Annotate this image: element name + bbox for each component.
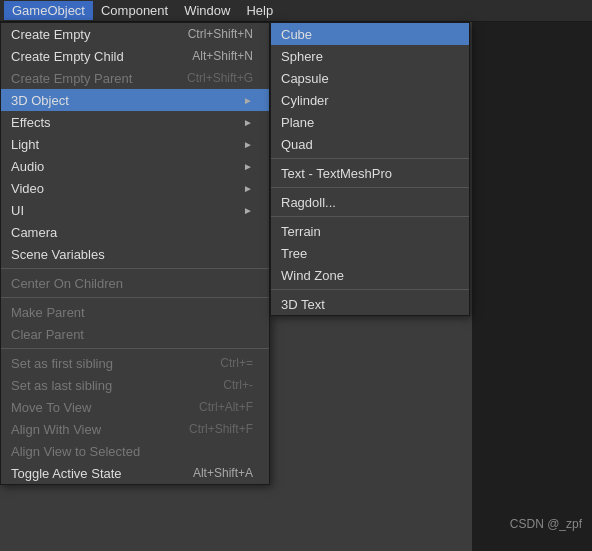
menu-item-light[interactable]: Light ► <box>1 133 269 155</box>
menu-item-align-with-view: Align With View Ctrl+Shift+F <box>1 418 269 440</box>
separator-3 <box>1 348 269 349</box>
dropdown-container: Create Empty Ctrl+Shift+N Create Empty C… <box>0 22 270 485</box>
menu-item-toggle-active-state[interactable]: Toggle Active State Alt+Shift+A <box>1 462 269 484</box>
submenu-arrow-ui: ► <box>243 205 253 216</box>
submenu-item-3d-text[interactable]: 3D Text <box>271 293 469 315</box>
menu-item-scene-variables[interactable]: Scene Variables <box>1 243 269 265</box>
submenu-item-quad[interactable]: Quad <box>271 133 469 155</box>
menu-item-set-last-sibling: Set as last sibling Ctrl+- <box>1 374 269 396</box>
menu-item-audio[interactable]: Audio ► <box>1 155 269 177</box>
menu-item-make-parent: Make Parent <box>1 301 269 323</box>
submenu-item-terrain[interactable]: Terrain <box>271 220 469 242</box>
submenu-item-cube[interactable]: Cube <box>271 23 469 45</box>
separator-1 <box>1 268 269 269</box>
menubar: GameObject Component Window Help <box>0 0 592 22</box>
menu-item-center-on-children: Center On Children <box>1 272 269 294</box>
submenu-arrow-video: ► <box>243 183 253 194</box>
menu-item-create-empty-parent: Create Empty Parent Ctrl+Shift+G <box>1 67 269 89</box>
submenu-arrow-light: ► <box>243 139 253 150</box>
main-dropdown: Create Empty Ctrl+Shift+N Create Empty C… <box>0 22 270 485</box>
menu-item-create-empty[interactable]: Create Empty Ctrl+Shift+N <box>1 23 269 45</box>
submenu-item-capsule[interactable]: Capsule <box>271 67 469 89</box>
submenu-item-plane[interactable]: Plane <box>271 111 469 133</box>
menu-item-camera[interactable]: Camera <box>1 221 269 243</box>
submenu-separator-1 <box>271 158 469 159</box>
submenu-arrow-3d-object: ► <box>243 95 253 106</box>
menubar-item-help[interactable]: Help <box>238 1 281 20</box>
submenu-arrow-audio: ► <box>243 161 253 172</box>
menubar-item-window[interactable]: Window <box>176 1 238 20</box>
submenu-separator-4 <box>271 289 469 290</box>
menu-item-align-view-to-selected: Align View to Selected <box>1 440 269 462</box>
menu-item-clear-parent: Clear Parent <box>1 323 269 345</box>
submenu-separator-2 <box>271 187 469 188</box>
menu-item-effects[interactable]: Effects ► <box>1 111 269 133</box>
watermark: CSDN @_zpf <box>510 517 582 531</box>
separator-2 <box>1 297 269 298</box>
submenu-item-wind-zone[interactable]: Wind Zone <box>271 264 469 286</box>
submenu-item-cylinder[interactable]: Cylinder <box>271 89 469 111</box>
submenu-item-sphere[interactable]: Sphere <box>271 45 469 67</box>
menu-item-3d-object[interactable]: 3D Object ► <box>1 89 269 111</box>
menubar-item-gameobject[interactable]: GameObject <box>4 1 93 20</box>
menu-item-set-first-sibling: Set as first sibling Ctrl+= <box>1 352 269 374</box>
submenu-separator-3 <box>271 216 469 217</box>
menu-item-move-to-view: Move To View Ctrl+Alt+F <box>1 396 269 418</box>
submenu-arrow-effects: ► <box>243 117 253 128</box>
dark-panel <box>472 22 592 551</box>
submenu-item-tree[interactable]: Tree <box>271 242 469 264</box>
menu-item-create-empty-child[interactable]: Create Empty Child Alt+Shift+N <box>1 45 269 67</box>
submenu-3d-object: Cube Sphere Capsule Cylinder Plane Quad … <box>270 22 470 316</box>
menubar-item-component[interactable]: Component <box>93 1 176 20</box>
submenu-item-textmeshpro[interactable]: Text - TextMeshPro <box>271 162 469 184</box>
menu-item-ui[interactable]: UI ► <box>1 199 269 221</box>
submenu-item-ragdoll[interactable]: Ragdoll... <box>271 191 469 213</box>
menu-item-video[interactable]: Video ► <box>1 177 269 199</box>
